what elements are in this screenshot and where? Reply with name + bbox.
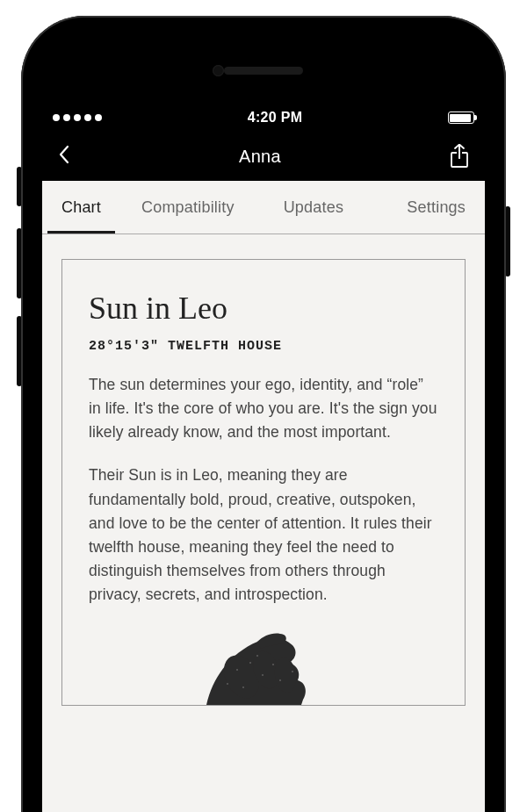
phone-speaker <box>224 67 303 75</box>
tab-compatibility[interactable]: Compatibility <box>127 181 249 234</box>
card-paragraph: The sun determines your ego, identity, a… <box>89 373 438 444</box>
status-bar: 4:20 PM <box>42 104 485 132</box>
share-icon <box>450 144 469 169</box>
battery-icon <box>448 111 474 124</box>
sign-illustration <box>89 626 438 705</box>
reading-card: Sun in Leo 28°15'3" TWELFTH HOUSE The su… <box>61 259 466 706</box>
svg-point-13 <box>292 671 293 672</box>
screen: 4:20 PM Anna <box>42 104 485 812</box>
content-area: Chart Compatibility Updates Settings Sun… <box>42 181 485 812</box>
nav-bar: Anna <box>42 132 485 181</box>
svg-point-10 <box>272 664 274 665</box>
phone-camera <box>213 65 224 76</box>
svg-point-12 <box>242 686 244 688</box>
svg-point-7 <box>236 669 238 671</box>
svg-point-9 <box>262 674 264 676</box>
card-subtitle: 28°15'3" TWELFTH HOUSE <box>89 339 438 354</box>
svg-point-8 <box>249 662 251 664</box>
card-body: The sun determines your ego, identity, a… <box>89 373 438 607</box>
tab-settings[interactable]: Settings <box>393 181 480 234</box>
chevron-left-icon <box>58 144 70 165</box>
nav-title: Anna <box>239 147 281 167</box>
tab-updates[interactable]: Updates <box>270 181 357 234</box>
card-container[interactable]: Sun in Leo 28°15'3" TWELFTH HOUSE The su… <box>42 234 485 706</box>
svg-point-11 <box>279 679 281 681</box>
svg-point-14 <box>227 683 228 685</box>
share-button[interactable] <box>450 144 469 169</box>
status-time: 4:20 PM <box>248 110 303 126</box>
card-paragraph: Their Sun is in Leo, meaning they are fu… <box>89 463 438 607</box>
svg-point-15 <box>256 655 258 657</box>
signal-dots-icon <box>53 114 102 121</box>
back-button[interactable] <box>58 144 70 169</box>
tab-chart[interactable]: Chart <box>47 181 115 234</box>
leo-hand-icon <box>189 626 338 705</box>
phone-frame: 4:20 PM Anna <box>21 16 506 812</box>
tab-bar: Chart Compatibility Updates Settings <box>42 181 485 234</box>
card-title: Sun in Leo <box>89 290 438 327</box>
